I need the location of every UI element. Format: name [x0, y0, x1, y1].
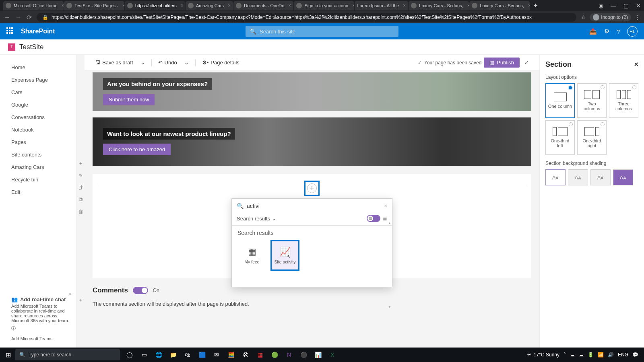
chrome-icon[interactable]: 🟢	[269, 349, 280, 360]
language-indicator[interactable]: ENG	[618, 352, 628, 358]
close-icon[interactable]: ×	[181, 3, 184, 8]
edit-section-icon[interactable]: ✎	[76, 171, 85, 179]
close-icon[interactable]: ×	[288, 3, 291, 8]
hero-webpart-expenses[interactable]: Are you behind on your expenses? Submit …	[93, 72, 531, 111]
close-window-icon[interactable]: ✕	[636, 2, 641, 9]
page-details-button[interactable]: ⚙•Page details	[200, 58, 242, 67]
nav-item-edit[interactable]: Edit	[11, 186, 76, 198]
bg-option-neutral[interactable]: Aᴀ	[568, 169, 588, 185]
expand-icon[interactable]: ⤢	[522, 58, 531, 67]
delete-section-icon[interactable]: 🗑	[76, 208, 85, 216]
onenote-icon[interactable]: N	[283, 349, 295, 360]
hero-cta-button[interactable]: Click here to be amazed	[103, 144, 171, 155]
nav-item-amazingcars[interactable]: Amazing Cars	[11, 161, 76, 173]
nav-item-cars[interactable]: Cars	[11, 86, 76, 99]
chevron-up-icon[interactable]: ˄	[564, 352, 566, 358]
empty-section[interactable]: + 🔍 × Search results ⌄ ▦ ≣	[93, 174, 531, 278]
address-bar[interactable]: 🔒 https://citizenbuilders.sharepoint.com…	[37, 13, 576, 22]
close-icon[interactable]: ×	[467, 3, 469, 8]
bg-option-strong[interactable]: Aᴀ	[613, 169, 633, 185]
onedrive-icon-2[interactable]: ☁	[579, 352, 584, 358]
browser-tab-0[interactable]: Microsoft Office Home×	[3, 1, 64, 10]
close-icon[interactable]: ×	[228, 3, 231, 8]
back-icon[interactable]: ←	[4, 14, 10, 21]
app-icon-2[interactable]: 🛠	[240, 349, 251, 360]
excel-icon[interactable]: X	[327, 349, 338, 360]
kebab-menu-icon[interactable]: ⋮	[635, 14, 640, 20]
new-tab-button[interactable]: +	[530, 2, 541, 10]
reload-icon[interactable]: ⟳	[27, 14, 32, 21]
explorer-icon[interactable]: 📁	[167, 349, 179, 360]
add-section-icon[interactable]: ＋	[76, 159, 85, 167]
share-icon[interactable]: 📤	[589, 28, 597, 35]
app-launcher-icon[interactable]	[6, 27, 14, 35]
webpart-myfeed[interactable]: ▦ My feed	[237, 240, 266, 271]
browser-tab-3[interactable]: Amazing Cars×	[186, 1, 233, 10]
nav-item-home[interactable]: Home	[11, 61, 76, 74]
nav-item-google[interactable]: Google	[11, 99, 76, 111]
publish-button[interactable]: ▥Publish	[484, 58, 520, 68]
browser-tab-5[interactable]: Sign in to your accoun×	[294, 1, 354, 10]
clear-search-icon[interactable]: ×	[384, 203, 387, 209]
save-chevron[interactable]: ⌄	[138, 58, 147, 67]
cortana-icon[interactable]: ▭	[138, 349, 150, 360]
layout-two-columns[interactable]: Two columns	[577, 83, 607, 118]
webpart-siteactivity[interactable]: 📈 Site activity ↖	[270, 240, 299, 271]
site-name[interactable]: TestSite	[19, 43, 43, 51]
settings-icon[interactable]: ⚙	[604, 28, 609, 35]
volume-icon[interactable]: 🔊	[608, 352, 614, 358]
nav-item-expenses[interactable]: Expenses Page	[11, 74, 76, 86]
add-webpart-button[interactable]: +	[304, 181, 320, 196]
close-icon[interactable]: ×	[62, 3, 64, 8]
layout-one-column[interactable]: One column	[545, 83, 575, 118]
bookmark-icon[interactable]: ☆	[581, 14, 586, 20]
filter-label[interactable]: Search results ⌄	[237, 216, 276, 222]
account-icon[interactable]: ◉	[599, 2, 603, 9]
add-section-below-icon[interactable]: ＋	[76, 296, 85, 304]
incognito-badge[interactable]: Incognito (2)	[590, 13, 631, 21]
close-panel-icon[interactable]: ×	[634, 60, 638, 69]
network-icon[interactable]: 📶	[598, 352, 604, 358]
avatar[interactable]: HL	[627, 26, 638, 37]
battery-icon[interactable]: 🔋	[588, 352, 594, 358]
close-icon[interactable]: ×	[403, 3, 406, 8]
close-icon[interactable]: ×	[122, 3, 124, 8]
close-icon[interactable]: ×	[69, 291, 72, 297]
maximize-icon[interactable]: ▢	[623, 2, 629, 9]
nav-item-conversations[interactable]: Conversations	[11, 111, 76, 123]
site-logo[interactable]: T	[8, 43, 15, 51]
close-icon[interactable]: ×	[352, 3, 354, 8]
app-icon-4[interactable]: 📊	[312, 349, 324, 360]
layout-onethird-right[interactable]: One-third right	[577, 120, 607, 155]
start-button[interactable]: ⊞	[2, 349, 14, 360]
edge-icon[interactable]: 🌐	[153, 349, 164, 360]
suite-search[interactable]: 🔍	[246, 26, 398, 37]
sharepoint-brand[interactable]: SharePoint	[21, 28, 55, 35]
close-icon[interactable]: ×	[528, 3, 530, 8]
browser-tab-6[interactable]: Lorem Ipsum - All the×	[355, 1, 408, 10]
nav-item-sitecontents[interactable]: Site contents	[11, 148, 76, 161]
bg-option-none[interactable]: Aᴀ	[545, 169, 566, 185]
copy-section-icon[interactable]: ⧉	[76, 195, 85, 204]
info-icon[interactable]: ⓘ	[11, 325, 70, 331]
hero-webpart-products[interactable]: Want to look at our newest product lineu…	[93, 117, 531, 166]
notifications-icon[interactable]: 💬	[632, 352, 638, 358]
nav-item-notebook[interactable]: Notebook	[11, 123, 76, 136]
calc-icon[interactable]: 🧮	[225, 349, 237, 360]
undo-chevron[interactable]: ⌄	[182, 58, 191, 67]
mail-icon[interactable]: ✉	[211, 349, 222, 360]
view-list-icon[interactable]: ≣	[383, 216, 387, 222]
browser-tab-1[interactable]: TestSite - Site Pages -×	[64, 1, 124, 10]
comments-toggle[interactable]	[133, 287, 148, 294]
browser-tab-2[interactable]: https://citizenbuilders×	[125, 1, 185, 10]
browser-tab-7[interactable]: Luxury Cars - Sedans,×	[409, 1, 469, 10]
app-icon-3[interactable]: ▦	[254, 349, 266, 360]
minimize-icon[interactable]: —	[611, 2, 616, 9]
onedrive-icon[interactable]: ☁	[570, 352, 575, 358]
bg-option-soft[interactable]: Aᴀ	[590, 169, 611, 185]
suite-search-input[interactable]	[260, 29, 394, 35]
hero-cta-button[interactable]: Submit them now	[103, 94, 155, 105]
obs-icon[interactable]: ⚫	[298, 349, 309, 360]
layout-three-columns[interactable]: Three columns	[609, 83, 638, 118]
app-icon[interactable]: 🟦	[196, 349, 208, 360]
